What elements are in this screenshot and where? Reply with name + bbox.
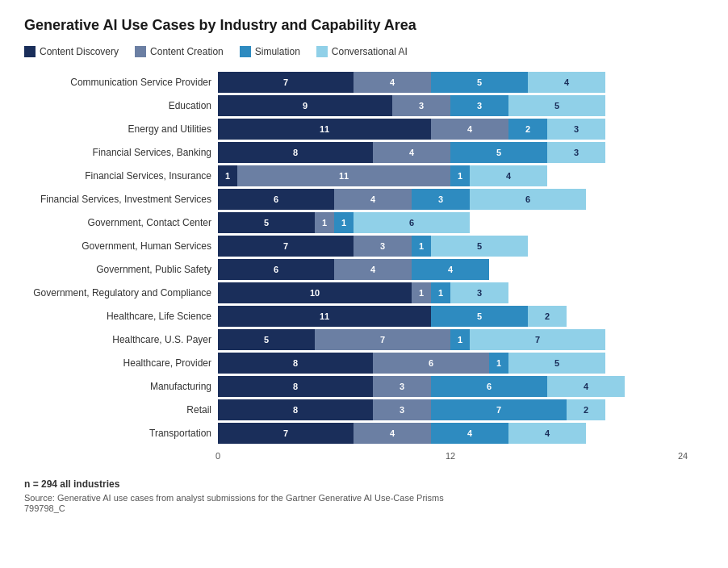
report-code: 799798_C [24,503,704,513]
source-text: Source: Generative AI use cases from ana… [24,493,704,503]
row-label: Manufacturing [24,381,218,392]
chart-area: Communication Service Provider7454Educat… [24,72,704,446]
row-label: Healthcare, U.S. Payer [24,334,218,345]
row-label: Financial Services, Banking [24,147,218,158]
segment-simulation: 1 [412,236,431,257]
bar-container: 5116 [218,212,704,233]
bar-container: 10113 [218,282,704,303]
row-label: Government, Regulatory and Compliance [24,287,218,299]
row-label: Education [24,100,218,111]
segment-creation: 4 [354,72,431,93]
segment-simulation: 3 [450,95,508,116]
segment-simulation: 4 [431,423,508,444]
chart-row: Education9335 [24,95,704,116]
chart-row: Manufacturing8364 [24,376,704,397]
legend-color-conversational [316,46,328,57]
segment-discovery: 8 [218,399,373,420]
legend-label-creation: Content Creation [150,46,224,57]
segment-discovery: 10 [218,282,412,303]
row-label: Energy and Utilities [24,123,218,135]
row-label: Government, Public Safety [24,264,218,275]
segment-simulation: 1 [334,212,354,233]
segment-creation: 3 [373,376,431,397]
bar-container: 8364 [218,376,704,397]
row-label: Government, Human Services [24,240,218,252]
x-tick-label: 0 [215,451,220,461]
row-label: Retail [24,404,218,416]
chart-row: Government, Public Safety644 [24,259,704,280]
x-tick-label: 12 [446,451,455,461]
segment-conversational: 7 [470,329,605,350]
segment-conversational: 6 [354,212,470,233]
legend-color-discovery [24,46,36,57]
segment-discovery: 9 [218,95,392,116]
legend-label-conversational: Conversational AI [332,46,408,57]
segment-simulation: 1 [431,282,450,303]
bar-container: 7315 [218,236,704,257]
segment-simulation: 3 [412,189,470,210]
segment-discovery: 5 [218,329,315,350]
segment-discovery: 6 [218,189,334,210]
segment-discovery: 8 [218,376,373,397]
segment-simulation: 5 [431,306,528,327]
segment-creation: 4 [373,142,450,163]
segment-simulation: 1 [489,353,508,374]
chart-row: Communication Service Provider7454 [24,72,704,93]
segment-conversational: 5 [508,353,605,374]
segment-discovery: 7 [218,72,354,93]
segment-conversational: 3 [450,282,508,303]
chart-row: Healthcare, Provider8615 [24,353,704,374]
row-label: Healthcare, Life Science [24,311,218,322]
segment-simulation: 1 [450,165,470,186]
bar-container: 11423 [218,119,704,140]
chart-row: Government, Regulatory and Compliance101… [24,282,704,303]
segment-simulation: 2 [508,119,547,140]
bar-container: 5717 [218,329,704,350]
legend-item-conversational: Conversational AI [316,46,408,57]
segment-creation: 1 [412,282,431,303]
segment-simulation: 1 [450,329,470,350]
bar-container: 9335 [218,95,704,116]
row-label: Healthcare, Provider [24,357,218,369]
segment-simulation: 5 [450,142,547,163]
segment-conversational: 3 [547,119,605,140]
legend-item-creation: Content Creation [135,46,224,57]
segment-creation: 4 [354,423,431,444]
chart-row: Government, Contact Center5116 [24,212,704,233]
bar-container: 8453 [218,142,704,163]
segment-creation: 3 [373,399,431,420]
segment-creation: 6 [373,353,489,374]
row-label: Financial Services, Investment Services [24,194,218,205]
segment-conversational: 6 [470,189,586,210]
legend-color-creation [135,46,146,57]
segment-conversational: 3 [547,142,605,163]
segment-creation: 3 [354,236,412,257]
segment-creation: 4 [334,259,412,280]
segment-creation: 4 [334,189,412,210]
chart-row: Financial Services, Banking8453 [24,142,704,163]
chart-row: Transportation7444 [24,423,704,444]
segment-conversational: 4 [528,72,605,93]
legend-item-simulation: Simulation [240,46,300,57]
row-label: Government, Contact Center [24,217,218,228]
segment-conversational: 5 [431,236,528,257]
bar-container: 11114 [218,165,704,186]
row-label: Transportation [24,428,218,439]
segment-discovery: 8 [218,142,373,163]
legend-item-discovery: Content Discovery [24,46,119,57]
chart-row: Retail8372 [24,399,704,420]
segment-conversational: 4 [547,376,625,397]
bar-container: 8615 [218,353,704,374]
x-axis: 01224 [218,451,704,466]
segment-simulation: 7 [431,399,567,420]
segment-discovery: 7 [218,236,354,257]
x-tick-label: 24 [678,451,688,461]
chart-row: Financial Services, Insurance11114 [24,165,704,186]
chart-row: Healthcare, U.S. Payer5717 [24,329,704,350]
segment-creation: 3 [392,95,450,116]
segment-conversational: 4 [508,423,586,444]
segment-discovery: 11 [218,306,431,327]
segment-simulation: 5 [431,72,528,93]
bar-container: 1152 [218,306,704,327]
chart-title: Generative AI Use Cases by Industry and … [24,16,704,35]
